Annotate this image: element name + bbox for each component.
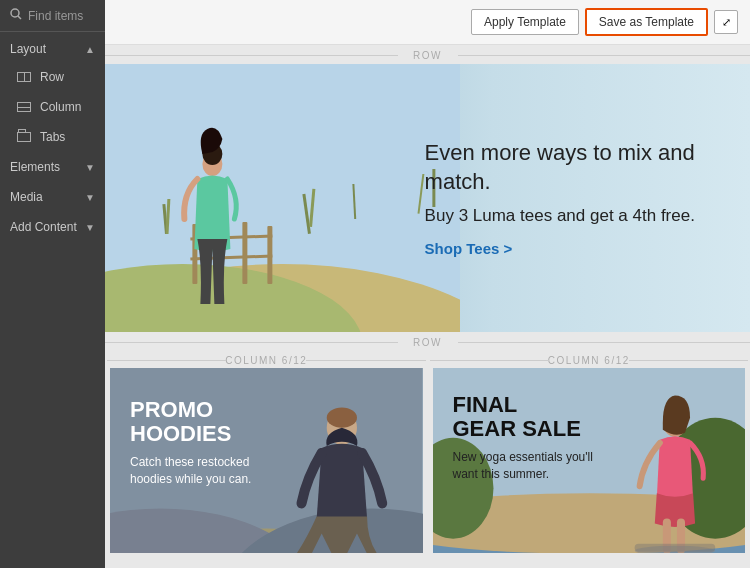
row-label-bottom: ROW (105, 332, 750, 351)
promo-hoodies-card[interactable]: PROMO HOODIES Catch these restocked hood… (110, 368, 423, 553)
promo-columns: COLUMN 6/12 (105, 351, 750, 553)
col-left: COLUMN 6/12 (107, 351, 426, 553)
add-content-toggle-icon: ▼ (85, 222, 95, 233)
elements-toggle-icon: ▼ (85, 162, 95, 173)
elements-collapsible[interactable]: Elements ▼ (0, 152, 105, 182)
col-right-label: COLUMN 6/12 (430, 351, 749, 368)
media-toggle-icon: ▼ (85, 192, 95, 203)
svg-line-1 (18, 16, 21, 19)
sidebar-item-column-label: Column (40, 100, 81, 114)
sidebar-item-row[interactable]: Row (0, 62, 105, 92)
elements-label: Elements (10, 160, 60, 174)
hero-banner[interactable]: Even more ways to mix and match. Buy 3 L… (105, 64, 750, 332)
svg-point-0 (11, 9, 19, 17)
media-label: Media (10, 190, 43, 204)
expand-icon: ⤢ (722, 16, 731, 29)
hero-subhead: Buy 3 Luma tees and get a 4th free. (425, 206, 720, 226)
sidebar: Layout ▲ Row Column Tabs Elements ▼ Medi… (0, 0, 105, 568)
hero-text-area: Even more ways to mix and match. Buy 3 L… (415, 64, 750, 332)
promo-hoodies-text: PROMO HOODIES Catch these restocked hood… (130, 398, 270, 488)
promo-hoodies-subtitle: Catch these restocked hoodies while you … (130, 454, 270, 488)
promo-hoodies-title: PROMO HOODIES (130, 398, 270, 446)
tabs-icon (16, 129, 32, 145)
sidebar-item-tabs[interactable]: Tabs (0, 122, 105, 152)
search-icon (10, 8, 22, 23)
hero-cta-link[interactable]: Shop Tees > (425, 240, 720, 257)
add-content-collapsible[interactable]: Add Content ▼ (0, 212, 105, 242)
sidebar-item-tabs-label: Tabs (40, 130, 65, 144)
gear-sale-card[interactable]: FINAL GEAR SALE New yoga essentials you'… (433, 368, 746, 553)
search-input[interactable] (28, 9, 95, 23)
save-template-button[interactable]: Save as Template (585, 8, 708, 36)
hero-headline: Even more ways to mix and match. (425, 139, 720, 196)
hero-image-area (105, 64, 460, 332)
sidebar-item-row-label: Row (40, 70, 64, 84)
col-right: COLUMN 6/12 (430, 351, 749, 553)
column-icon (16, 99, 32, 115)
media-collapsible[interactable]: Media ▼ (0, 182, 105, 212)
sidebar-search-container[interactable] (0, 0, 105, 32)
layout-label: Layout (10, 42, 46, 56)
svg-rect-35 (634, 544, 715, 552)
topbar: Apply Template Save as Template ⤢ (105, 0, 750, 45)
row-label-hero: ROW (105, 45, 750, 64)
main-area: Apply Template Save as Template ⤢ ROW (105, 0, 750, 568)
svg-rect-14 (242, 222, 247, 284)
add-content-label: Add Content (10, 220, 77, 234)
col-left-label: COLUMN 6/12 (107, 351, 426, 368)
gear-sale-subtitle: New yoga essentials you'll want this sum… (453, 449, 603, 483)
gear-sale-title: FINAL GEAR SALE (453, 393, 603, 441)
svg-point-25 (327, 408, 357, 428)
canvas: ROW (105, 45, 750, 568)
expand-button[interactable]: ⤢ (714, 10, 738, 34)
layout-section-header: Layout ▲ (0, 32, 105, 62)
sidebar-item-column[interactable]: Column (0, 92, 105, 122)
row-icon (16, 69, 32, 85)
layout-toggle-icon[interactable]: ▲ (85, 44, 95, 55)
apply-template-button[interactable]: Apply Template (471, 9, 579, 35)
gear-sale-text: FINAL GEAR SALE New yoga essentials you'… (453, 393, 603, 483)
